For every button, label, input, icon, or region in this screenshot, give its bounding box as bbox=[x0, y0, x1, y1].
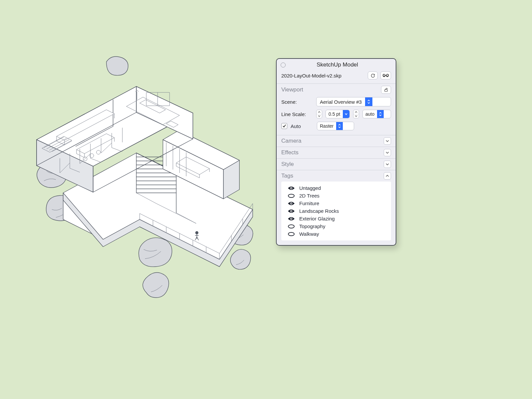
eye-visible-icon[interactable] bbox=[287, 216, 295, 221]
tag-label: Landscape Rocks bbox=[299, 208, 339, 214]
svg-point-9 bbox=[288, 194, 294, 198]
check-icon bbox=[282, 124, 286, 128]
select-caret-icon bbox=[377, 110, 384, 118]
eye-visible-icon[interactable] bbox=[287, 209, 295, 213]
render-mode-select[interactable]: Raster bbox=[317, 122, 354, 130]
reload-model-button[interactable] bbox=[368, 71, 378, 79]
tag-label: Untagged bbox=[299, 185, 321, 191]
panel-title: SketchUp Model bbox=[283, 62, 392, 68]
tags-list: Untagged2D TreesFurnitureLandscape Rocks… bbox=[281, 182, 391, 240]
scene-select[interactable]: Aerial Overview #3 bbox=[316, 97, 391, 106]
model-filename: 2020-LayOut-Model-v2.skp bbox=[281, 73, 365, 78]
line-scale-row: Line Scale: 0.5 pt auto bbox=[281, 110, 391, 118]
chevron-up-icon bbox=[384, 172, 391, 180]
unlock-icon bbox=[384, 87, 388, 92]
effects-section-header[interactable]: Effects bbox=[277, 147, 396, 158]
line-scale-label: Line Scale: bbox=[281, 111, 313, 117]
auto-render-checkbox[interactable] bbox=[281, 123, 287, 129]
tag-row[interactable]: Untagged bbox=[281, 184, 391, 192]
line-scale-secondary-value: auto bbox=[363, 110, 377, 118]
tag-label: 2D Trees bbox=[299, 193, 320, 199]
stepper-up-icon bbox=[317, 110, 322, 114]
panel-titlebar: SketchUp Model bbox=[277, 59, 396, 70]
refresh-icon bbox=[370, 73, 375, 78]
style-section-label: Style bbox=[281, 161, 294, 168]
tag-label: Exterior Glazing bbox=[299, 216, 335, 221]
model-viewport-illustration: .ln { fill: none; stroke: #4f5560; strok… bbox=[20, 53, 266, 326]
tag-row[interactable]: Walkway bbox=[281, 230, 391, 238]
line-scale-stepper-left[interactable] bbox=[316, 110, 322, 118]
scene-select-value: Aerial Overview #3 bbox=[317, 97, 365, 106]
scene-row: Scene: Aerial Overview #3 bbox=[281, 97, 391, 106]
tag-row[interactable]: Landscape Rocks bbox=[281, 207, 391, 215]
tag-row[interactable]: 2D Trees bbox=[281, 192, 391, 200]
relink-model-button[interactable] bbox=[380, 71, 391, 79]
select-caret-icon bbox=[343, 110, 349, 118]
svg-point-13 bbox=[291, 210, 292, 212]
chevron-down-icon bbox=[384, 137, 391, 145]
render-row: Auto Raster bbox=[281, 122, 391, 130]
eye-visible-icon[interactable] bbox=[287, 201, 295, 206]
eye-hidden-icon[interactable] bbox=[287, 224, 295, 229]
viewport-lock-button[interactable] bbox=[381, 86, 391, 94]
tag-label: Topography bbox=[299, 223, 325, 229]
auto-render-label: Auto bbox=[291, 123, 314, 129]
eye-hidden-icon[interactable] bbox=[287, 194, 295, 198]
effects-section-label: Effects bbox=[281, 149, 299, 156]
eye-hidden-icon[interactable] bbox=[287, 232, 295, 236]
panel-file-row: 2020-LayOut-Model-v2.skp bbox=[277, 70, 396, 83]
sketchup-model-panel: SketchUp Model 2020-LayOut-Model-v2.skp … bbox=[276, 58, 396, 246]
stepper-up-icon bbox=[353, 110, 359, 114]
viewport-header-row: Viewport bbox=[281, 86, 391, 94]
svg-point-8 bbox=[291, 188, 292, 189]
tag-row[interactable]: Furniture bbox=[281, 200, 391, 207]
eye-visible-icon[interactable] bbox=[287, 186, 295, 191]
stepper-down-icon bbox=[353, 114, 359, 118]
scene-label: Scene: bbox=[281, 99, 313, 105]
link-icon bbox=[383, 73, 389, 77]
style-section-header[interactable]: Style bbox=[277, 158, 396, 170]
svg-rect-6 bbox=[385, 89, 387, 91]
svg-point-16 bbox=[288, 225, 294, 228]
svg-point-3 bbox=[196, 231, 198, 234]
viewport-section: Viewport Scene: Aerial Overview #3 Line … bbox=[277, 83, 396, 135]
tag-row[interactable]: Topography bbox=[281, 222, 391, 230]
tag-label: Walkway bbox=[299, 231, 319, 237]
select-caret-icon bbox=[336, 122, 343, 130]
tags-section-header[interactable]: Tags bbox=[277, 170, 396, 182]
viewport-section-label: Viewport bbox=[281, 86, 303, 93]
chevron-down-icon bbox=[384, 161, 391, 168]
tag-row[interactable]: Exterior Glazing bbox=[281, 215, 391, 222]
stepper-down-icon bbox=[317, 114, 322, 118]
line-scale-select[interactable]: 0.5 pt bbox=[326, 110, 350, 118]
render-mode-value: Raster bbox=[317, 122, 336, 130]
line-scale-value: 0.5 pt bbox=[326, 110, 343, 118]
camera-section-header[interactable]: Camera bbox=[277, 135, 396, 147]
chevron-down-icon bbox=[384, 149, 391, 156]
select-caret-icon bbox=[365, 97, 372, 106]
svg-point-15 bbox=[291, 218, 292, 219]
tags-section-label: Tags bbox=[281, 173, 293, 179]
line-scale-stepper-right[interactable] bbox=[353, 110, 359, 118]
svg-point-17 bbox=[288, 232, 294, 236]
svg-point-11 bbox=[291, 203, 292, 204]
line-scale-secondary-select[interactable]: auto bbox=[362, 110, 391, 118]
tag-label: Furniture bbox=[299, 200, 319, 206]
camera-section-label: Camera bbox=[281, 138, 301, 144]
